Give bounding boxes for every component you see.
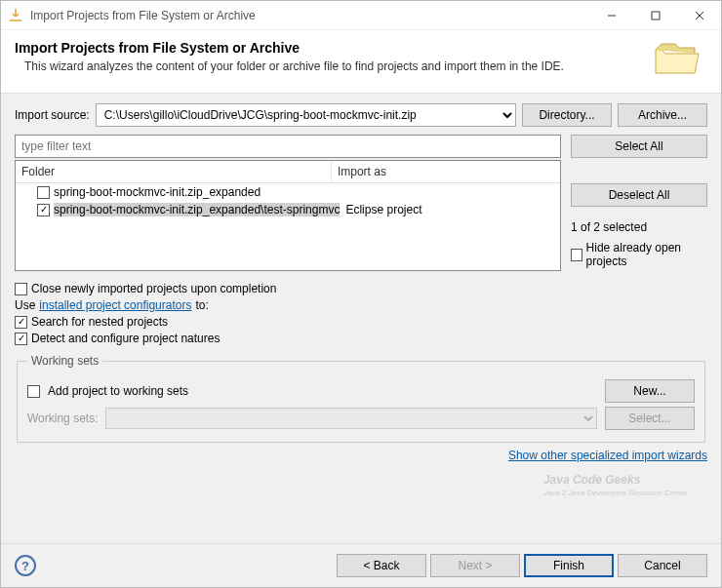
select-all-button[interactable]: Select All bbox=[571, 135, 707, 158]
close-button[interactable] bbox=[677, 1, 721, 30]
hide-open-checkbox[interactable] bbox=[571, 249, 582, 261]
row-checkbox[interactable]: ✓ bbox=[37, 204, 50, 216]
cancel-button[interactable]: Cancel bbox=[618, 554, 707, 577]
row-folder-name: spring-boot-mockmvc-init.zip_expanded bbox=[54, 185, 261, 199]
specialized-wizards-link[interactable]: Show other specialized import wizards bbox=[508, 449, 707, 462]
row-checkbox[interactable] bbox=[37, 186, 50, 199]
back-button[interactable]: < Back bbox=[337, 554, 426, 577]
detect-natures-label: Detect and configure project natures bbox=[31, 332, 220, 345]
filter-input[interactable] bbox=[15, 135, 561, 158]
import-source-row: Import source: C:\Users\gillo\iCloudDriv… bbox=[15, 103, 707, 127]
finish-button[interactable]: Finish bbox=[524, 554, 614, 577]
projects-table: Folder Import as spring-boot-mockmvc-ini… bbox=[15, 160, 561, 271]
add-to-ws-checkbox[interactable] bbox=[27, 385, 40, 398]
titlebar: Import Projects from File System or Arch… bbox=[1, 1, 721, 30]
import-source-combo[interactable]: C:\Users\gillo\iCloudDrive\JCG\spring-bo… bbox=[96, 103, 516, 127]
selection-status: 1 of 2 selected bbox=[571, 220, 707, 234]
archive-button[interactable]: Archive... bbox=[618, 103, 707, 127]
working-sets-legend: Working sets bbox=[27, 354, 102, 368]
add-to-ws-label: Add project to working sets bbox=[48, 384, 597, 398]
watermark: Java Code Geeks Java 2 Java Developers R… bbox=[15, 462, 707, 486]
working-sets-group: Working sets Add project to working sets… bbox=[17, 354, 705, 443]
new-ws-button[interactable]: New... bbox=[605, 379, 695, 403]
maximize-button[interactable] bbox=[633, 1, 677, 30]
dialog-window: Import Projects from File System or Arch… bbox=[0, 0, 722, 588]
dialog-body: Import source: C:\Users\gillo\iCloudDriv… bbox=[1, 94, 721, 543]
ws-select bbox=[105, 408, 597, 429]
footer: ? < Back Next > Finish Cancel bbox=[1, 543, 721, 587]
banner-description: This wizard analyzes the content of your… bbox=[15, 59, 645, 73]
detect-natures-checkbox[interactable]: ✓ bbox=[15, 333, 27, 345]
minimize-button[interactable] bbox=[589, 1, 633, 30]
close-newly-label: Close newly imported projects upon compl… bbox=[31, 282, 276, 295]
installed-configurators-link[interactable]: installed project configurators bbox=[39, 298, 191, 312]
help-button[interactable]: ? bbox=[15, 555, 36, 576]
table-row[interactable]: ✓ spring-boot-mockmvc-init.zip_expanded\… bbox=[16, 201, 560, 218]
row-folder-name: spring-boot-mockmvc-init.zip_expanded\te… bbox=[54, 203, 340, 216]
col-import-as[interactable]: Import as bbox=[332, 161, 560, 182]
close-newly-checkbox[interactable] bbox=[15, 283, 27, 295]
col-folder[interactable]: Folder bbox=[16, 161, 332, 182]
window-title: Import Projects from File System or Arch… bbox=[30, 9, 589, 22]
select-ws-button: Select... bbox=[605, 407, 695, 430]
banner: Import Projects from File System or Arch… bbox=[1, 30, 721, 94]
directory-button[interactable]: Directory... bbox=[522, 103, 612, 127]
hide-open-label: Hide already open projects bbox=[586, 241, 707, 268]
use-prefix: Use bbox=[15, 298, 35, 312]
banner-title: Import Projects from File System or Arch… bbox=[15, 40, 645, 56]
deselect-all-button[interactable]: Deselect All bbox=[571, 183, 707, 207]
use-suffix: to: bbox=[195, 298, 208, 312]
search-nested-checkbox[interactable]: ✓ bbox=[15, 316, 27, 329]
ws-label: Working sets: bbox=[27, 412, 98, 425]
import-source-label: Import source: bbox=[15, 108, 90, 122]
search-nested-label: Search for nested projects bbox=[31, 315, 168, 329]
folder-icon bbox=[645, 40, 707, 79]
row-import-as: Eclipse project bbox=[340, 203, 556, 216]
project-area: Folder Import as spring-boot-mockmvc-ini… bbox=[15, 135, 707, 271]
table-row[interactable]: spring-boot-mockmvc-init.zip_expanded bbox=[16, 183, 560, 201]
import-icon bbox=[1, 8, 30, 23]
next-button: Next > bbox=[430, 554, 520, 577]
svg-rect-1 bbox=[652, 12, 660, 20]
